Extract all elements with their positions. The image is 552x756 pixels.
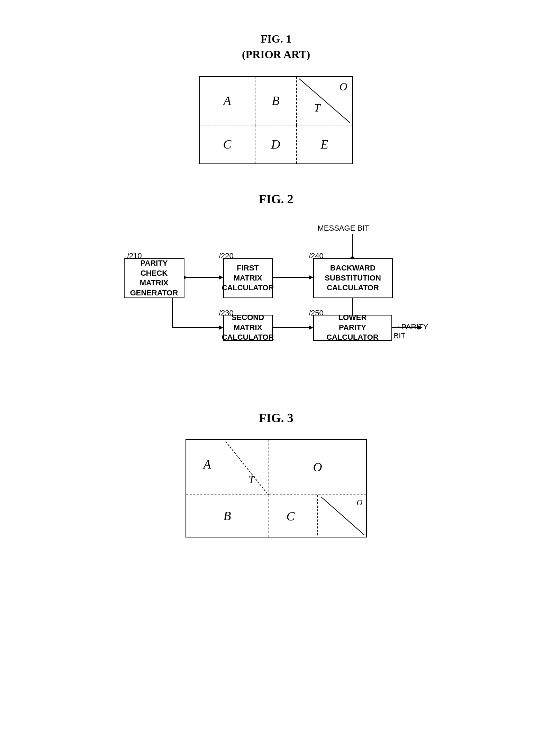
- svg-line-17: [226, 442, 267, 493]
- block-220: FIRST MATRIX CALCULATOR: [223, 258, 273, 298]
- cell-E: E: [297, 125, 352, 163]
- block-240: BACKWARD SUBSTITUTION CALCULATOR: [313, 258, 393, 298]
- fig1-matrix: A B O T C D E: [199, 76, 353, 164]
- fig3-cell-A-T: A T: [186, 440, 269, 495]
- fig2-diagram: MESSAGE BIT /210 PARITY CHECK MATRIX GEN…: [117, 224, 435, 383]
- message-bit-label: MESSAGE BIT: [318, 224, 369, 233]
- fig3-diagram: A T O B C O: [185, 439, 367, 537]
- fig3-cell-O-top: O: [269, 440, 366, 495]
- page: FIG. 1 (PRIOR ART) A B O T C: [0, 0, 552, 756]
- svg-marker-8: [309, 275, 313, 279]
- cell-D: D: [255, 125, 297, 163]
- fig3-matrix: A T O B C O: [185, 439, 367, 537]
- cell-B: B: [255, 77, 297, 125]
- fig2-title: FIG. 2: [259, 192, 293, 206]
- fig1-title: FIG. 1 (PRIOR ART): [242, 31, 310, 62]
- parity-bit-label: →PARITY BIT: [394, 322, 435, 340]
- fig3-cell-C: C O: [269, 495, 366, 537]
- fig3-title: FIG. 3: [259, 411, 293, 425]
- fig3-cell-B: B: [186, 495, 269, 537]
- block-230: SECOND MATRIX CALCULATOR: [223, 315, 273, 341]
- fig2-arrows: [117, 224, 435, 383]
- block-210: PARITY CHECK MATRIX GENERATOR: [124, 258, 184, 298]
- svg-marker-14: [309, 326, 313, 330]
- cell-T-O: O T: [297, 77, 352, 125]
- cell-C: C: [200, 125, 255, 163]
- cell-A: A: [200, 77, 255, 125]
- block-250: LOWER PARITY CALCULATOR: [313, 315, 392, 341]
- fig1-diagram: A B O T C D E: [199, 76, 353, 164]
